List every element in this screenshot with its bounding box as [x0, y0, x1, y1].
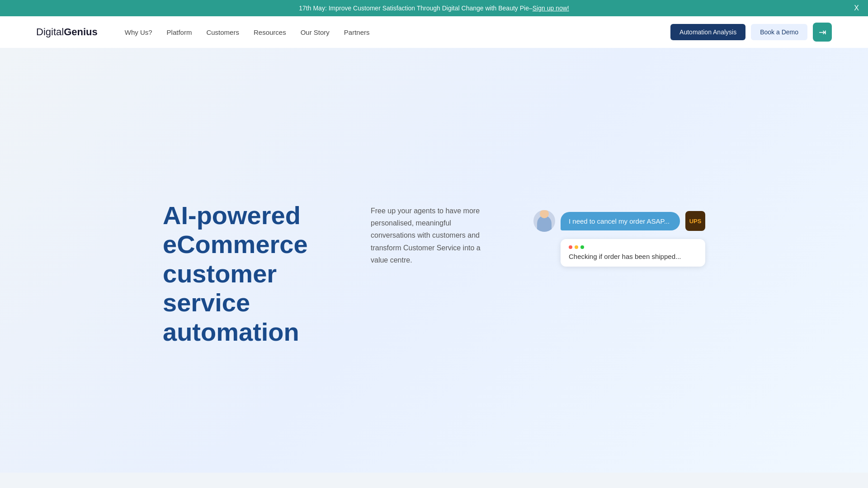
- hero-title-line4: service: [163, 288, 250, 317]
- dot-yellow: [575, 245, 578, 249]
- nav-link-why-us[interactable]: Why Us?: [125, 28, 152, 36]
- dot-green: [580, 245, 584, 249]
- user-avatar: [533, 210, 555, 232]
- login-icon: ⇥: [819, 27, 826, 38]
- hero-description: Free up your agents to have more persona…: [371, 205, 497, 266]
- chat-demo: I need to cancel my order ASAP... UPS Ch…: [533, 210, 705, 267]
- hero-title-line5: automation: [163, 318, 299, 346]
- nav-link-partners[interactable]: Partners: [344, 28, 370, 36]
- chat-user-row: I need to cancel my order ASAP... UPS: [533, 210, 705, 232]
- announcement-bar: 17th May: Improve Customer Satisfaction …: [0, 0, 868, 16]
- nav-link-customers[interactable]: Customers: [206, 28, 239, 36]
- announcement-text: 17th May: Improve Customer Satisfaction …: [299, 5, 532, 12]
- nav-link-our-story[interactable]: Our Story: [301, 28, 330, 36]
- nav-link-platform[interactable]: Platform: [167, 28, 192, 36]
- ups-logo: UPS: [685, 211, 705, 231]
- bot-response-card: Checking if order has been shipped...: [561, 239, 705, 267]
- logo-first: Digital: [36, 26, 64, 38]
- navbar: DigitalGenius Why Us? Platform Customers…: [0, 16, 868, 48]
- announcement-close-button[interactable]: X: [854, 4, 859, 12]
- user-message-bubble: I need to cancel my order ASAP...: [561, 212, 680, 230]
- hero-section: AI-powered eCommerce customer service au…: [0, 48, 868, 473]
- hero-title-block: AI-powered eCommerce customer service au…: [163, 201, 335, 347]
- hero-title-line2: eCommerce: [163, 230, 308, 258]
- hero-title: AI-powered eCommerce customer service au…: [163, 201, 335, 347]
- hero-content: AI-powered eCommerce customer service au…: [163, 174, 705, 347]
- announcement-link[interactable]: Sign up now!: [533, 5, 569, 12]
- nav-link-resources[interactable]: Resources: [254, 28, 286, 36]
- hero-title-line3: customer: [163, 259, 277, 288]
- avatar-body: [537, 216, 552, 232]
- window-dots: [569, 245, 697, 249]
- hero-title-line1: AI-powered: [163, 201, 301, 230]
- bot-message-text: Checking if order has been shipped...: [569, 253, 697, 260]
- nav-actions: Automation Analysis Book a Demo ⇥: [670, 23, 832, 42]
- automation-analysis-button[interactable]: Automation Analysis: [670, 24, 745, 40]
- hero-description-block: Free up your agents to have more persona…: [371, 201, 497, 266]
- book-demo-button[interactable]: Book a Demo: [751, 24, 807, 40]
- dot-red: [569, 245, 572, 249]
- login-button[interactable]: ⇥: [813, 23, 832, 42]
- avatar-head: [540, 210, 549, 218]
- nav-links: Why Us? Platform Customers Resources Our…: [125, 28, 670, 36]
- logo-second: Genius: [64, 26, 98, 38]
- logo[interactable]: DigitalGenius: [36, 26, 98, 38]
- hero-chat-demo: I need to cancel my order ASAP... UPS Ch…: [533, 201, 705, 267]
